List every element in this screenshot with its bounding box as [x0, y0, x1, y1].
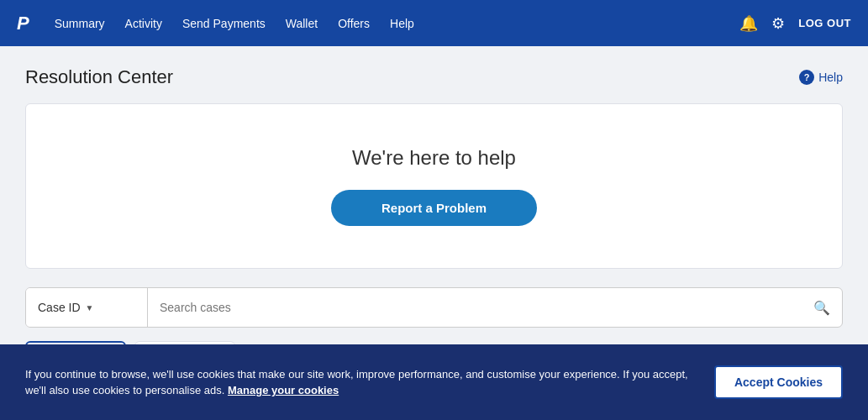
nav-offers[interactable]: Offers: [338, 17, 370, 30]
help-link-label: Help: [818, 71, 843, 84]
cookie-text-body: If you continue to browse, we'll use coo…: [25, 368, 688, 397]
accept-cookies-button[interactable]: Accept Cookies: [714, 365, 843, 399]
manage-cookies-link[interactable]: Manage your cookies: [228, 384, 339, 396]
page-header: Resolution Center ? Help: [25, 66, 843, 88]
logout-button[interactable]: LOG OUT: [798, 17, 851, 29]
search-icon: 🔍: [813, 300, 830, 316]
help-circle-icon: ?: [799, 70, 814, 85]
cookie-banner: If you continue to browse, we'll use coo…: [0, 344, 868, 420]
navbar: P Summary Activity Send Payments Wallet …: [0, 0, 868, 46]
nav-wallet[interactable]: Wallet: [286, 17, 318, 30]
dropdown-label: Case ID: [38, 301, 81, 314]
notification-bell-icon[interactable]: 🔔: [739, 14, 758, 33]
hero-card: We're here to help Report a Problem: [25, 103, 843, 269]
navbar-right: 🔔 ⚙ LOG OUT: [739, 14, 851, 33]
help-link[interactable]: ? Help: [799, 70, 843, 85]
page-title: Resolution Center: [25, 66, 173, 88]
search-input[interactable]: [148, 288, 802, 327]
chevron-down-icon: ▼: [86, 303, 94, 312]
nav-activity[interactable]: Activity: [125, 17, 162, 30]
settings-gear-icon[interactable]: ⚙: [771, 14, 785, 33]
nav-send-payments[interactable]: Send Payments: [182, 17, 266, 30]
report-problem-button[interactable]: Report a Problem: [331, 190, 537, 226]
case-id-dropdown[interactable]: Case ID ▼: [26, 288, 148, 327]
search-bar: Case ID ▼ 🔍: [25, 287, 843, 328]
nav-help[interactable]: Help: [390, 17, 414, 30]
paypal-logo: P: [17, 13, 29, 34]
hero-heading: We're here to help: [43, 146, 825, 170]
nav-links: Summary Activity Send Payments Wallet Of…: [55, 17, 715, 30]
search-button[interactable]: 🔍: [802, 288, 842, 327]
nav-summary[interactable]: Summary: [55, 17, 105, 30]
cookie-message: If you continue to browse, we'll use coo…: [25, 366, 697, 399]
